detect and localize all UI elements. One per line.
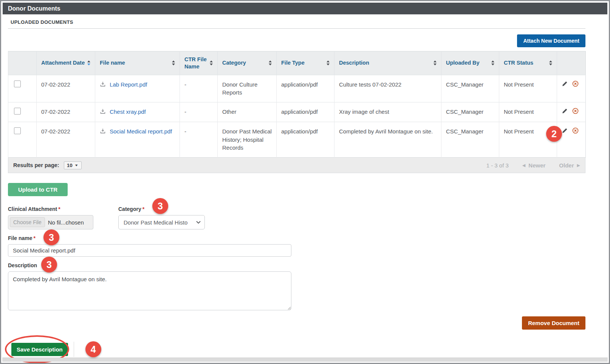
file-link[interactable]: Social Medical report.pdf — [110, 128, 172, 135]
table-row: 07-02-2022 Lab Report.pdf - Donor Cultur… — [8, 75, 586, 102]
category-field: Category* 3 Donor Past Medical Histo — [118, 206, 205, 229]
annotation-badge-4: 4 — [85, 341, 101, 357]
results-per-page-label: Results per page: — [13, 162, 59, 168]
table-row: 07-02-2022 Chest xray.pdf - Other applic… — [8, 102, 586, 122]
description-field: Description 3 Completed by Avril Montagu… — [8, 262, 585, 312]
horizontal-scrollbar[interactable] — [2, 358, 608, 362]
sort-icon[interactable] — [210, 60, 213, 65]
caret-down-icon: ▼ — [74, 164, 79, 167]
cell-description: Completed by Avril Montague on site. — [334, 122, 441, 157]
header-attachment-date[interactable]: Attachment Date — [37, 51, 95, 75]
divider — [74, 342, 74, 357]
table-footer: Results per page: 10 ▼ 1 - 3 of 3 ◀ Newe… — [8, 158, 585, 173]
sort-icon[interactable] — [327, 60, 330, 65]
description-textarea[interactable]: Completed by Avril Montague on site. — [8, 271, 291, 310]
cell-ctr-file-name: - — [180, 122, 218, 157]
cell-file-name: Lab Report.pdf — [95, 75, 180, 102]
table-header-row: Attachment Date File name CTR File Name … — [8, 51, 586, 75]
results-per-page-select[interactable]: 10 ▼ — [64, 161, 82, 169]
save-description-button[interactable]: Save Description — [11, 343, 68, 356]
edit-icon[interactable] — [562, 108, 568, 116]
cell-category: Donor Past Medical History; Hospital Rec… — [218, 122, 277, 157]
page-title: Donor Documents — [3, 3, 607, 14]
upload-to-ctr-button[interactable]: Upload to CTR — [8, 183, 68, 196]
cell-uploaded-by: CSC_Manager — [441, 102, 499, 122]
cell-description: Culture tests 07-02-2022 — [334, 75, 441, 102]
header-ctr-file-name[interactable]: CTR File Name — [180, 51, 218, 75]
header-category[interactable]: Category — [218, 51, 277, 75]
header-uploaded-by[interactable]: Uploaded By — [441, 51, 499, 75]
cell-uploaded-by: CSC_Manager — [441, 75, 499, 102]
cell-ctr-status: CSC_Manager — [441, 122, 499, 157]
cell-ctr-status: Not Present — [499, 102, 557, 122]
pagination-range: 1 - 3 of 3 — [486, 162, 509, 169]
annotation-badge-3-category: 3 — [152, 198, 168, 214]
download-icon — [100, 108, 106, 115]
older-button[interactable]: Older ▶ — [559, 162, 580, 169]
clinical-attachment-field: Clinical Attachment* Choose File No fil.… — [8, 206, 93, 229]
file-link[interactable]: Chest xray.pdf — [110, 108, 146, 115]
sort-icon[interactable] — [172, 60, 175, 65]
annotation-badge-3-description: 3 — [41, 257, 57, 273]
uploaded-documents-table: Attachment Date File name CTR File Name … — [8, 51, 586, 158]
cell-attachment-date: 07-02-2022 — [37, 122, 95, 157]
edit-icon[interactable] — [562, 128, 568, 136]
description-label: Description 3 — [8, 262, 37, 268]
cell-ctr-status: Not Present — [499, 75, 557, 102]
download-icon — [100, 81, 106, 87]
header-file-type[interactable]: File Type — [277, 51, 334, 75]
sort-icon[interactable] — [549, 60, 552, 65]
annotation-badge-2: 2 — [546, 126, 562, 142]
file-link[interactable]: Lab Report.pdf — [110, 81, 147, 88]
file-name-label: File name* 3 — [8, 235, 36, 241]
header-file-name[interactable]: File name — [95, 51, 180, 75]
remove-document-button[interactable]: Remove Document — [522, 316, 585, 330]
cell-ctr-file-name: - — [180, 75, 218, 102]
row-checkbox[interactable] — [14, 81, 21, 87]
annotation-badge-3-file-name: 3 — [43, 229, 59, 245]
choose-file-button[interactable]: Choose File — [10, 217, 45, 227]
file-input[interactable]: Choose File No fil...chosen — [8, 215, 93, 229]
right-arrow-icon: ▶ — [577, 163, 580, 168]
clinical-attachment-label: Clinical Attachment* — [8, 206, 60, 212]
category-select[interactable]: Donor Past Medical Histo — [118, 215, 205, 229]
cell-description: Xray image of chest — [334, 102, 441, 122]
sort-icon[interactable] — [87, 60, 90, 65]
cell-file-type: application/pdf — [277, 122, 334, 157]
row-checkbox[interactable] — [14, 127, 21, 134]
required-marker: * — [34, 235, 36, 241]
file-chosen-status: No fil...chosen — [48, 219, 84, 226]
edit-icon[interactable] — [562, 81, 568, 89]
header-description[interactable]: Description — [334, 51, 441, 75]
file-name-input[interactable] — [8, 244, 291, 257]
attach-new-document-button[interactable]: Attach New Document — [517, 34, 585, 47]
sort-icon[interactable] — [434, 60, 437, 65]
category-label: Category* 3 — [118, 206, 144, 212]
cell-file-type: application/pdf — [277, 102, 334, 122]
delete-icon[interactable] — [572, 108, 579, 116]
download-icon — [100, 128, 106, 134]
chevron-down-icon — [196, 221, 201, 224]
header-checkbox-column — [8, 51, 37, 75]
row-checkbox[interactable] — [14, 108, 21, 115]
cell-attachment-date: 07-02-2022 — [37, 102, 95, 122]
cell-attachment-date: 07-02-2022 — [37, 75, 95, 102]
header-ctr-status[interactable]: CTR Status — [499, 51, 557, 75]
sort-icon[interactable] — [491, 60, 494, 65]
required-marker: * — [58, 206, 60, 212]
left-arrow-icon: ◀ — [522, 163, 525, 168]
delete-icon[interactable] — [572, 81, 579, 89]
delete-icon[interactable] — [572, 127, 579, 136]
newer-button[interactable]: ◀ Newer — [522, 162, 546, 169]
required-marker: * — [142, 206, 144, 212]
table-row: 07-02-2022 Social Medical report.pdf - D… — [8, 122, 586, 157]
sort-icon[interactable] — [269, 60, 272, 65]
cell-file-name: Social Medical report.pdf — [95, 122, 180, 157]
cell-file-name: Chest xray.pdf — [95, 102, 180, 122]
header-actions-column — [557, 51, 586, 75]
cell-file-type: application/pdf — [277, 75, 334, 102]
cell-ctr-status: Not Present — [499, 122, 557, 157]
cell-category: Donor Culture Reports — [218, 75, 277, 102]
file-name-field: File name* 3 — [8, 235, 585, 257]
cell-ctr-file-name: - — [180, 102, 218, 122]
